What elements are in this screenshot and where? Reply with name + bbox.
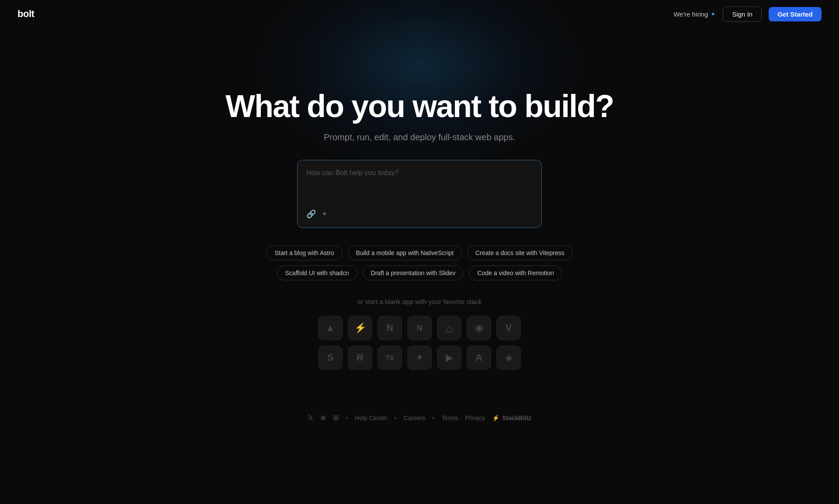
chip-shadcn[interactable]: Scaffold UI with shadcn: [277, 266, 357, 280]
vite-icon[interactable]: ⚡: [348, 316, 372, 340]
footer-dot-1: •: [346, 414, 348, 421]
chat-toolbar: 🔗 ✦: [306, 209, 533, 219]
main-content: What do you want to build? Prompt, run, …: [0, 28, 839, 370]
chip-remotion[interactable]: Code a video with Remotion: [469, 266, 562, 280]
logo[interactable]: bolt: [17, 8, 34, 20]
hero-subtitle: Prompt, run, edit, and deploy full-stack…: [324, 132, 515, 142]
svelte-icon[interactable]: S: [318, 345, 343, 370]
tech-row-1: ▲ ⚡ N N △ ◉ V: [318, 316, 521, 340]
enhance-icon[interactable]: ✦: [321, 209, 328, 219]
gatsby-icon[interactable]: ◉: [467, 316, 491, 340]
help-center-link[interactable]: Help Center: [355, 414, 388, 421]
nuxt-icon[interactable]: N: [407, 316, 432, 340]
get-started-button[interactable]: Get Started: [769, 7, 822, 21]
twitter-icon[interactable]: 𝕏: [308, 414, 313, 422]
footer-dot-3: •: [432, 414, 434, 421]
footer-dot-2: •: [395, 414, 397, 421]
tech-icons-grid: ▲ ⚡ N N △ ◉ V S R TS ✦ ▶ A ◈: [318, 316, 521, 370]
sparkle-icon: ✦: [711, 10, 716, 17]
astro-icon[interactable]: ▲: [318, 316, 343, 340]
chip-nativescript[interactable]: Build a mobile app with NativeScript: [348, 245, 462, 260]
expo-icon[interactable]: △: [437, 316, 461, 340]
attach-icon[interactable]: 🔗: [306, 209, 316, 219]
stackblitz-brand[interactable]: ⚡ StackBlitz: [492, 414, 531, 421]
privacy-link[interactable]: Privacy: [465, 414, 485, 421]
brand-label: StackBlitz: [502, 414, 531, 421]
signin-button[interactable]: Sign In: [723, 7, 762, 22]
suggestions: Start a blog with Astro Build a mobile a…: [266, 245, 572, 280]
terms-link[interactable]: Terms: [441, 414, 458, 421]
hero-title: What do you want to build?: [225, 89, 614, 124]
suggestion-row-2: Scaffold UI with shadcn Draft a presenta…: [277, 266, 562, 280]
blank-app-section: or start a blank app with your favorite …: [318, 298, 521, 370]
blank-app-label: or start a blank app with your favorite …: [357, 298, 482, 305]
hiring-label: We're hiring: [673, 10, 708, 18]
chat-input[interactable]: [306, 169, 533, 204]
chat-container: 🔗 ✦: [297, 160, 542, 228]
header-right: We're hiring ✦ Sign In Get Started: [673, 7, 822, 22]
typescript-icon[interactable]: TS: [378, 345, 402, 370]
chip-vitepress[interactable]: Create a docs site with Vitepress: [467, 245, 573, 260]
careers-link[interactable]: Careers: [403, 414, 425, 421]
remix-icon[interactable]: R: [348, 345, 372, 370]
analog-icon[interactable]: A: [467, 345, 491, 370]
react-icon[interactable]: ✦: [407, 345, 432, 370]
tech-row-2: S R TS ✦ ▶ A ◈: [318, 345, 521, 370]
bolt-icon: ⚡: [492, 414, 499, 421]
discord-icon[interactable]: ⊞: [333, 414, 339, 422]
suggestion-row-1: Start a blog with Astro Build a mobile a…: [266, 245, 572, 260]
header: bolt We're hiring ✦ Sign In Get Started: [0, 0, 839, 28]
next-icon[interactable]: N: [378, 316, 402, 340]
chip-astro[interactable]: Start a blog with Astro: [266, 245, 342, 260]
footer: 𝕏 ⊕ ⊞ • Help Center • Careers • Terms Pr…: [0, 405, 839, 431]
vue-icon[interactable]: V: [496, 316, 521, 340]
preact-icon[interactable]: ▶: [437, 345, 461, 370]
chip-slidev[interactable]: Draft a presentation with Slidev: [363, 266, 464, 280]
hiring-link[interactable]: We're hiring ✦: [673, 10, 716, 18]
qwik-icon[interactable]: ◈: [496, 345, 521, 370]
github-icon[interactable]: ⊕: [320, 414, 326, 422]
